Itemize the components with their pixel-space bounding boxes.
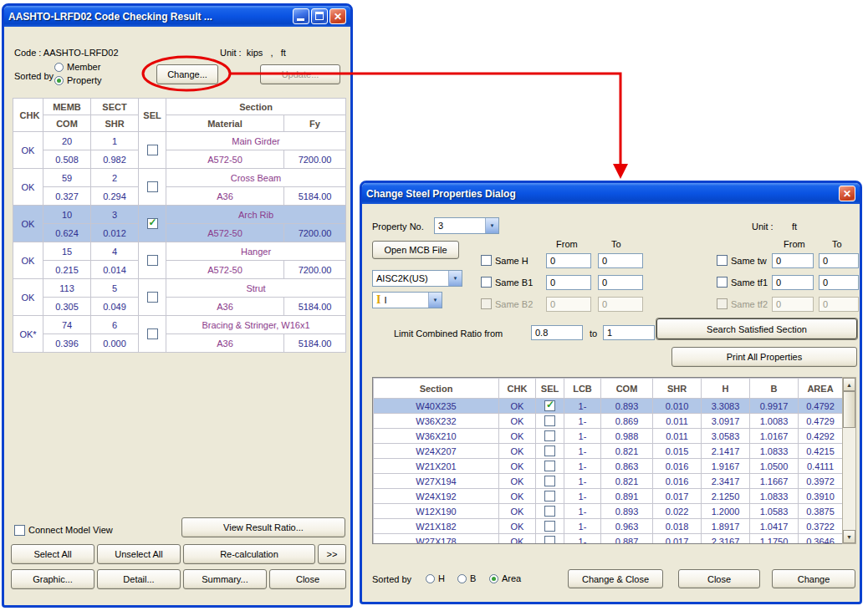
shr-cell: 0.012 [91, 224, 139, 242]
sel-checkbox[interactable] [544, 400, 555, 411]
com-cell: 0.821 [601, 444, 653, 459]
from-field[interactable]: 0 [546, 275, 591, 290]
to-field[interactable]: 0 [819, 253, 859, 268]
titlebar-buttons: ✕ [293, 8, 346, 24]
sel-checkbox[interactable] [544, 521, 555, 532]
recalculation-button[interactable]: Re-calculation [183, 544, 315, 564]
lcb-cell: 1- [564, 534, 601, 545]
limit-combined-ratio-label: Limit Combined Ratio from [394, 328, 503, 339]
dropdown-arrow-icon[interactable]: ▼ [448, 271, 462, 286]
sel-cell[interactable] [536, 474, 564, 489]
sel-cell[interactable] [536, 429, 564, 444]
sel-cell[interactable] [536, 399, 564, 414]
shr-cell: 0.982 [91, 150, 139, 169]
scrollbar-thumb[interactable] [843, 391, 855, 428]
open-mcb-file-button[interactable]: Open MCB File [372, 241, 459, 259]
b-cell: 1.0083 [750, 414, 799, 429]
to-field[interactable]: 0 [819, 275, 859, 290]
radio-sort-area[interactable]: Area [489, 573, 521, 584]
sel-cell[interactable] [139, 242, 166, 279]
unselect-all-button[interactable]: Unselect All [97, 544, 181, 564]
sel-cell[interactable] [139, 279, 166, 316]
scroll-up-icon[interactable]: ▲ [843, 378, 855, 391]
com-cell: 0.893 [601, 399, 653, 414]
sel-cell[interactable] [536, 519, 564, 534]
sel-cell[interactable] [139, 206, 166, 242]
connect-model-view-checkbox[interactable]: Connect Model View [14, 524, 113, 536]
select-all-button[interactable]: Select All [11, 544, 94, 564]
limit-to-field[interactable]: 1 [603, 325, 655, 340]
change-and-close-button[interactable]: Change & Close [568, 569, 663, 588]
result-row: OK154Hanger [13, 242, 346, 261]
radio-sort-h[interactable]: H [426, 573, 445, 584]
close-icon[interactable]: ✕ [839, 186, 855, 201]
titlebar[interactable]: Change Steel Properties Dialog ✕ [362, 183, 860, 204]
sel-cell[interactable] [536, 444, 564, 459]
from-field[interactable]: 0 [772, 253, 814, 268]
shape-combo[interactable]: II ▼ [372, 292, 442, 308]
radio-property[interactable]: Property [54, 74, 102, 86]
connect-model-view-box[interactable] [14, 525, 25, 536]
same-checkbox[interactable] [481, 277, 492, 288]
area-cell: 0.3646 [799, 534, 843, 545]
sel-checkbox[interactable] [544, 476, 555, 486]
sel-checkbox[interactable] [147, 255, 158, 266]
close-button[interactable]: Close [678, 569, 760, 588]
limit-from-field[interactable]: 0.8 [531, 325, 583, 340]
sel-checkbox[interactable] [147, 328, 158, 339]
table-scrollbar[interactable]: ▲ ▼ [842, 377, 856, 544]
sel-checkbox[interactable] [544, 536, 555, 544]
sel-checkbox[interactable] [147, 218, 158, 229]
close-icon[interactable]: ✕ [329, 8, 346, 24]
sel-checkbox[interactable] [544, 446, 555, 456]
sel-checkbox[interactable] [544, 430, 555, 441]
view-result-ratio-button[interactable]: View Result Ratio... [181, 517, 345, 537]
detail-button[interactable]: Detail... [97, 569, 181, 589]
db-combo[interactable]: AISC2K(US) ▼ [372, 270, 462, 287]
same-checkbox[interactable] [717, 277, 728, 288]
lcb-cell: 1- [564, 414, 601, 429]
sel-cell[interactable] [536, 534, 564, 545]
sel-checkbox[interactable] [147, 181, 158, 192]
sel-checkbox[interactable] [544, 506, 555, 517]
sel-checkbox[interactable] [147, 292, 158, 303]
titlebar[interactable]: AASHTO-LRFD02 Code Checking Result ... ✕ [4, 6, 350, 27]
from-field[interactable]: 0 [772, 275, 814, 290]
maximize-icon[interactable] [311, 8, 328, 24]
radio-member[interactable]: Member [54, 61, 100, 73]
sel-checkbox[interactable] [544, 461, 555, 471]
sel-cell[interactable] [536, 414, 564, 429]
to-field[interactable]: 0 [598, 275, 643, 290]
to-field[interactable]: 0 [598, 253, 643, 268]
change-button[interactable]: Change [772, 569, 855, 588]
sel-cell[interactable] [139, 132, 166, 169]
sel-checkbox[interactable] [544, 415, 555, 426]
sel-checkbox[interactable] [147, 145, 158, 155]
same-checkbox[interactable] [481, 255, 492, 266]
sel-cell[interactable] [139, 169, 166, 206]
from-field[interactable]: 0 [546, 253, 591, 268]
radio-sort-b-circle [457, 574, 467, 583]
radio-sort-b[interactable]: B [457, 573, 476, 584]
property-no-value: 3 [435, 221, 485, 231]
sel-cell[interactable] [536, 459, 564, 474]
search-satisfied-section-button[interactable]: Search Satisfied Section [656, 318, 857, 339]
minimize-icon[interactable] [293, 8, 309, 24]
dropdown-arrow-icon[interactable]: ▼ [485, 218, 498, 233]
more-button[interactable]: >> [318, 544, 346, 564]
graphic-button[interactable]: Graphic... [11, 569, 94, 589]
sel-cell[interactable] [139, 316, 166, 353]
same-checkbox[interactable] [717, 255, 728, 266]
chk-cell: OK [499, 459, 536, 474]
close-button[interactable]: Close [269, 569, 346, 589]
dropdown-arrow-icon[interactable]: ▼ [428, 293, 442, 308]
to-field: 0 [819, 297, 859, 312]
print-all-properties-button[interactable]: Print All Properties [671, 347, 857, 367]
sel-cell[interactable] [536, 489, 564, 504]
sel-checkbox[interactable] [544, 491, 555, 502]
change-button[interactable]: Change... [156, 64, 218, 84]
scroll-down-icon[interactable]: ▼ [843, 530, 855, 543]
summary-button[interactable]: Summary... [183, 569, 267, 589]
sel-cell[interactable] [536, 504, 564, 519]
property-no-combo[interactable]: 3 ▼ [434, 217, 499, 234]
